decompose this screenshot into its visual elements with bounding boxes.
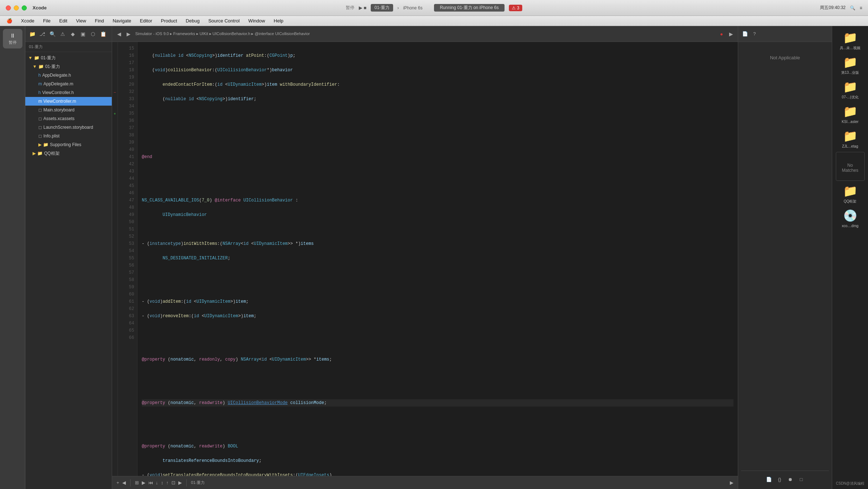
chevron-right-icon: ▶ xyxy=(38,142,42,147)
quick-help-icon[interactable]: ? xyxy=(750,30,758,38)
menu-window[interactable]: Window xyxy=(245,17,269,24)
diff-line-4 xyxy=(112,67,118,74)
file-inspector-icon[interactable]: 📄 xyxy=(741,30,749,38)
line-numbers: 1516171819 20323334 3536373839 404142434… xyxy=(118,42,137,476)
folder-item-1[interactable]: 📁 具...未...视频 xyxy=(836,29,865,52)
scroll-left-icon[interactable]: ◀ xyxy=(122,480,126,485)
tree-item-products[interactable]: ▶ 📁 QQ框架 xyxy=(25,149,112,158)
back-button[interactable]: ◀ xyxy=(115,30,123,38)
minimize-button[interactable] xyxy=(14,5,19,10)
folder-item-dmg[interactable]: 💿 xco....dmg xyxy=(836,207,865,230)
nav-breakpoint-icon[interactable]: ⬡ xyxy=(89,30,97,38)
folder-item-qq[interactable]: 📁 QQ框架 xyxy=(836,182,865,205)
scroll-right-icon[interactable]: ▶ xyxy=(178,480,182,485)
diff-line-7 xyxy=(112,95,118,103)
forward-button[interactable]: ▶ xyxy=(124,30,132,38)
title-bar-center: 暂停 ▶ ■ 01-重力 › iPhone 6s Running 01-重力 o… xyxy=(346,4,522,12)
tree-item-project[interactable]: ▼ 📁 01-重力 xyxy=(25,54,112,62)
nav-test-icon[interactable]: ◆ xyxy=(69,30,77,38)
tree-item-viewcontroller-h[interactable]: h ViewController.h xyxy=(25,88,112,97)
code-line-bool: @property (nonatomic, readwrite) BOOL xyxy=(142,443,733,450)
menu-apple[interactable]: 🍎 xyxy=(3,17,16,24)
step-out-icon[interactable]: ↑ xyxy=(166,480,169,485)
inspector-file-icon[interactable]: 📄 xyxy=(765,475,773,483)
folder-item-5[interactable]: 📁 ZJL...etag xyxy=(836,127,865,150)
tree-item-launch-storyboard[interactable]: ◻ LaunchScreen.storyboard xyxy=(25,123,112,132)
menu-file[interactable]: File xyxy=(39,17,54,24)
tree-item-supporting-files[interactable]: ▶ 📁 Supporting Files xyxy=(25,140,112,149)
menu-help[interactable]: Help xyxy=(270,17,287,24)
tree-item-assets[interactable]: ◻ Assets.xcassets xyxy=(25,114,112,123)
inspector-code-icon[interactable]: {} xyxy=(776,475,784,483)
search-icon[interactable]: 🔍 xyxy=(850,5,855,10)
menu-edit[interactable]: Edit xyxy=(56,17,71,24)
nav-search-icon[interactable]: 🔍 xyxy=(48,30,56,38)
nav-source-icon[interactable]: ⎇ xyxy=(38,30,46,38)
folder-item-2[interactable]: 📁 第13...业版 xyxy=(836,54,865,77)
play-icon[interactable]: ▶ xyxy=(142,480,145,485)
title-bar-right: 周五09:40:32 🔍 ≡ xyxy=(820,5,862,11)
menu-view[interactable]: View xyxy=(72,17,90,24)
code-line-items-prop: @property (nonatomic, readonly, copy) NS… xyxy=(142,356,733,363)
inspector-square-icon[interactable]: □ xyxy=(797,475,805,483)
tree-item-main-storyboard[interactable]: ◻ Main.storyboard xyxy=(25,106,112,114)
no-matches-label: No Matches xyxy=(839,163,861,173)
add-icon[interactable]: + xyxy=(116,480,119,485)
diff-line-6 xyxy=(112,81,118,88)
nav-folder-icon[interactable]: 📁 xyxy=(28,30,36,38)
chevron-down-icon-2: ▼ xyxy=(33,64,37,69)
right-toolbar: 📄 ? xyxy=(738,26,832,42)
view-icon[interactable]: ⊡ xyxy=(171,480,175,485)
scheme-label[interactable]: 01-重力 xyxy=(371,4,393,12)
close-button[interactable] xyxy=(6,5,11,10)
nav-report-icon[interactable]: 📋 xyxy=(99,30,107,38)
folder-item-3[interactable]: 📁 07-...(优化 xyxy=(836,78,865,101)
code-line-additem: - (void)addItem:(id <UIDynamicItem>)item… xyxy=(142,298,733,305)
tree-item-group1[interactable]: ▼ 📁 01-重力 xyxy=(25,62,112,71)
title-bar: Xcode 暂停 ▶ ■ 01-重力 › iPhone 6s Running 0… xyxy=(0,0,868,16)
pause-button[interactable]: ⏸ 暂停 xyxy=(3,29,22,48)
scroll-right-icon-2[interactable]: ▶ xyxy=(730,480,733,485)
grid-icon[interactable]: ⊞ xyxy=(135,480,139,485)
folder-item-4[interactable]: 📁 KSI...aster xyxy=(836,103,865,126)
tree-item-appdelegate-m[interactable]: m AppDelegate.m xyxy=(25,80,112,88)
file-icon-launch: ◻ xyxy=(38,125,42,130)
folder-label-5: ZJL...etag xyxy=(842,144,858,149)
separator-2 xyxy=(186,479,187,486)
inspector-record-icon[interactable]: ⏺ xyxy=(787,475,795,483)
folder-label-dmg: xco....dmg xyxy=(842,224,858,228)
tree-item-label: 01-重力 xyxy=(41,55,56,61)
step-icon[interactable]: ↓ xyxy=(156,480,158,485)
nav-debug-icon[interactable]: ▣ xyxy=(79,30,87,38)
disk-icon-dmg: 💿 xyxy=(843,209,858,222)
nav-breadcrumb: 01-重力 xyxy=(25,42,112,52)
menu-navigate[interactable]: Navigate xyxy=(109,17,135,24)
folder-icon-5: 📁 xyxy=(843,129,858,143)
traffic-lights[interactable] xyxy=(6,5,27,10)
menu-xcode[interactable]: Xcode xyxy=(17,17,38,24)
tree-label-appdelegate-h: AppDelegate.h xyxy=(42,73,71,78)
tree-item-info-plist[interactable]: ◻ Info.plist xyxy=(25,132,112,140)
tree-item-viewcontroller-m[interactable]: m ViewController.m xyxy=(25,97,112,106)
menu-source-control[interactable]: Source Control xyxy=(205,17,243,24)
maximize-button[interactable] xyxy=(22,5,27,10)
menu-icon[interactable]: ≡ xyxy=(860,5,862,10)
tree-label-appdelegate-m: AppDelegate.m xyxy=(43,81,73,86)
menu-product[interactable]: Product xyxy=(157,17,181,24)
tree-label-launch-storyboard: LaunchScreen.storyboard xyxy=(43,125,93,130)
bottom-toolbar: + ◀ ⊞ ▶ ⏮ ↓ ↕ ↑ ⊡ ▶ 01-重力 ▶ xyxy=(112,476,738,489)
editor-forward-btn[interactable]: ▶ xyxy=(727,30,735,38)
nav-warning-icon[interactable]: ⚠ xyxy=(59,30,67,38)
file-icon-supporting: 📁 xyxy=(43,142,48,147)
step-over-icon[interactable]: ↕ xyxy=(161,480,163,485)
editor-error-icon[interactable]: ● xyxy=(718,30,726,38)
device-label[interactable]: iPhone 6s xyxy=(403,5,422,10)
menu-find[interactable]: Find xyxy=(91,17,107,24)
tree-item-appdelegate-h[interactable]: h AppDelegate.h xyxy=(25,71,112,80)
menu-editor[interactable]: Editor xyxy=(136,17,156,24)
step-back-icon[interactable]: ⏮ xyxy=(148,480,153,485)
editor-toolbar: ◀ ▶ Simulator - iOS 9.0 ▸ Frameworks ▸ U… xyxy=(112,26,738,42)
code-content[interactable]: (nullable id <NSCopying>)identifier atPo… xyxy=(137,42,738,476)
menu-debug[interactable]: Debug xyxy=(182,17,203,24)
code-line-blank7 xyxy=(142,269,733,276)
